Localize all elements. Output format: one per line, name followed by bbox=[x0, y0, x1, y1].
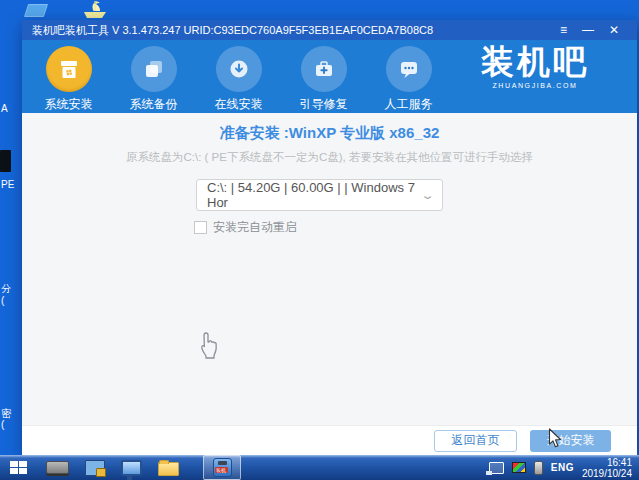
back-home-button[interactable]: 返回首页 bbox=[434, 430, 517, 452]
clock-date: 2019/10/24 bbox=[582, 468, 632, 479]
minimize-icon[interactable]: — bbox=[582, 20, 594, 40]
taskbar-pc-lock-icon[interactable] bbox=[85, 460, 105, 476]
zhuangjiba-usb-label: 装机吧 bbox=[215, 467, 228, 473]
chevron-down-icon: ⌄ bbox=[420, 189, 435, 202]
online-install-download-icon bbox=[216, 46, 262, 92]
desktop: A PE 分 ( 密 ( 装机吧装机工具 V 3.1.473.247 URID:… bbox=[0, 0, 639, 480]
usb-icon[interactable] bbox=[534, 461, 543, 475]
windows-logo-icon bbox=[10, 461, 27, 474]
desktop-blue-flag-icon[interactable] bbox=[24, 4, 48, 17]
taskbar-folder-icon[interactable] bbox=[158, 462, 179, 476]
system-tray: ENG 16:41 2019/10/24 bbox=[489, 457, 639, 479]
brand-logo-text: 装机吧 bbox=[481, 40, 589, 84]
taskbar-monitor-icon[interactable] bbox=[121, 460, 142, 476]
nav-header: 系统安装 系统备份 bbox=[22, 40, 637, 113]
desktop-label-fragment: ( bbox=[1, 419, 22, 430]
nav-item-boot-repair[interactable]: 引导修复 bbox=[281, 40, 366, 113]
auto-restart-option[interactable]: 安装完自动重启 bbox=[194, 219, 297, 236]
drive-select-value: C:\: | 54.20G | 60.00G | | Windows 7 Hor bbox=[207, 180, 423, 210]
nav-label: 在线安装 bbox=[196, 96, 281, 113]
start-button[interactable] bbox=[0, 455, 36, 480]
taskbar: 装机吧 ENG 16:41 2019/10/24 bbox=[0, 455, 639, 480]
window-footer: 返回首页 开始安装 bbox=[22, 425, 637, 455]
system-install-box-icon bbox=[46, 46, 92, 92]
close-icon[interactable]: ✕ bbox=[609, 20, 619, 40]
auto-restart-label: 安装完自动重启 bbox=[213, 219, 297, 236]
desktop-label-fragment: ( bbox=[1, 295, 22, 306]
install-title: 准备安装 :WinXP 专业版 x86_32 bbox=[22, 113, 637, 143]
clock-time: 16:41 bbox=[582, 457, 632, 468]
taskbar-chip-icon[interactable] bbox=[46, 461, 69, 474]
desktop-label-fragment: A bbox=[1, 103, 22, 114]
nav-label: 系统安装 bbox=[26, 96, 111, 113]
brand-logo: 装机吧 ZHUANGJIBA.COM bbox=[481, 40, 589, 89]
hand-pointer-cursor bbox=[198, 331, 221, 364]
desktop-label-fragment: PE bbox=[1, 179, 22, 190]
system-backup-icon bbox=[131, 46, 177, 92]
nav-item-system-backup[interactable]: 系统备份 bbox=[111, 40, 196, 113]
taskbar-app-zhuangjiba[interactable]: 装机吧 bbox=[203, 455, 241, 480]
support-chat-icon bbox=[386, 46, 432, 92]
app-window: 装机吧装机工具 V 3.1.473.247 URID:C93EDC760A9F5… bbox=[22, 20, 637, 455]
window-titlebar[interactable]: 装机吧装机工具 V 3.1.473.247 URID:C93EDC760A9F5… bbox=[22, 20, 637, 40]
nav-label: 系统备份 bbox=[111, 96, 196, 113]
brand-logo-subtext: ZHUANGJIBA.COM bbox=[481, 82, 589, 89]
boot-repair-toolbox-icon bbox=[301, 46, 347, 92]
network-icon[interactable] bbox=[489, 462, 504, 474]
menu-icon[interactable]: ≡ bbox=[560, 20, 567, 40]
main-content: 准备安装 :WinXP 专业版 x86_32 原系统盘为C:\: ( PE下系统… bbox=[22, 113, 637, 425]
taskbar-clock[interactable]: 16:41 2019/10/24 bbox=[582, 457, 634, 479]
auto-restart-checkbox[interactable] bbox=[194, 221, 207, 234]
language-indicator[interactable]: ENG bbox=[551, 462, 574, 473]
install-subtitle: 原系统盘为C:\: ( PE下系统盘不一定为C盘), 若要安装在其他位置可进行手… bbox=[22, 150, 637, 165]
window-title: 装机吧装机工具 V 3.1.473.247 URID:C93EDC760A9F5… bbox=[32, 24, 433, 36]
nav-item-online-install[interactable]: 在线安装 bbox=[196, 40, 281, 113]
nav-item-system-install[interactable]: 系统安装 bbox=[26, 40, 111, 113]
nav-label: 引导修复 bbox=[281, 96, 366, 113]
drive-select-dropdown[interactable]: C:\: | 54.20G | 60.00G | | Windows 7 Hor… bbox=[196, 179, 443, 211]
desktop-icon-fragment bbox=[0, 150, 11, 172]
nav-item-support[interactable]: 人工服务 bbox=[366, 40, 451, 113]
arrow-cursor bbox=[548, 428, 563, 453]
nav-label: 人工服务 bbox=[366, 96, 451, 113]
desktop-label-fragment: 分 bbox=[1, 282, 22, 296]
zhuangjiba-usb-icon: 装机吧 bbox=[213, 458, 232, 477]
start-install-button[interactable]: 开始安装 bbox=[530, 430, 611, 452]
display-icon[interactable] bbox=[512, 462, 526, 473]
